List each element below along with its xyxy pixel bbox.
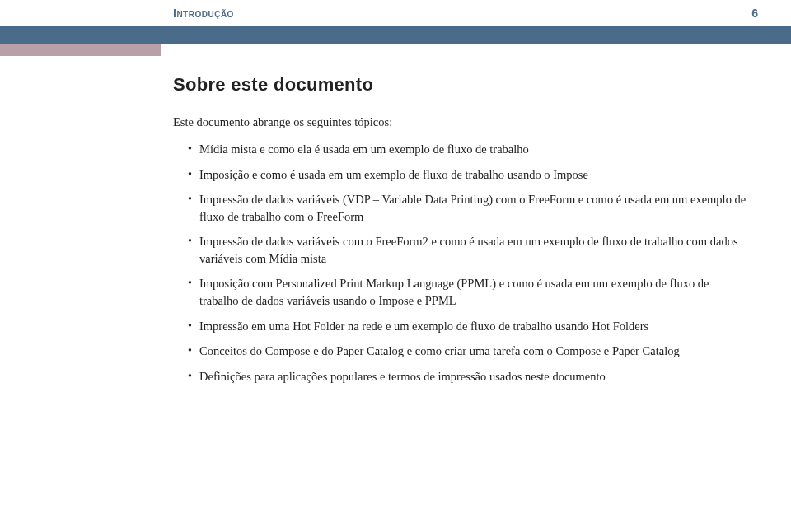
list-item: Impressão de dados variáveis (VDP – Vari… <box>188 191 750 225</box>
list-item: Mídia mista e como ela é usada em um exe… <box>188 141 750 158</box>
section-label: Introdução <box>173 7 234 20</box>
list-item: Imposição com Personalized Print Markup … <box>188 275 750 309</box>
topic-list: Mídia mista e como ela é usada em um exe… <box>173 141 750 385</box>
page-number: 6 <box>751 7 758 20</box>
list-item: Imposição e como é usada em um exemplo d… <box>188 166 750 184</box>
intro-paragraph: Este documento abrange os seguintes tópi… <box>173 114 750 131</box>
header-bar <box>0 26 791 44</box>
header-accent <box>0 44 161 56</box>
list-item: Definições para aplicações populares e t… <box>188 368 750 385</box>
list-item: Impressão de dados variáveis com o FreeF… <box>188 233 750 267</box>
page-title: Sobre este documento <box>173 74 750 96</box>
page-content: Sobre este documento Este documento abra… <box>173 74 750 393</box>
list-item: Conceitos do Compose e do Paper Catalog … <box>188 343 750 360</box>
list-item: Impressão em uma Hot Folder na rede e um… <box>188 318 750 335</box>
